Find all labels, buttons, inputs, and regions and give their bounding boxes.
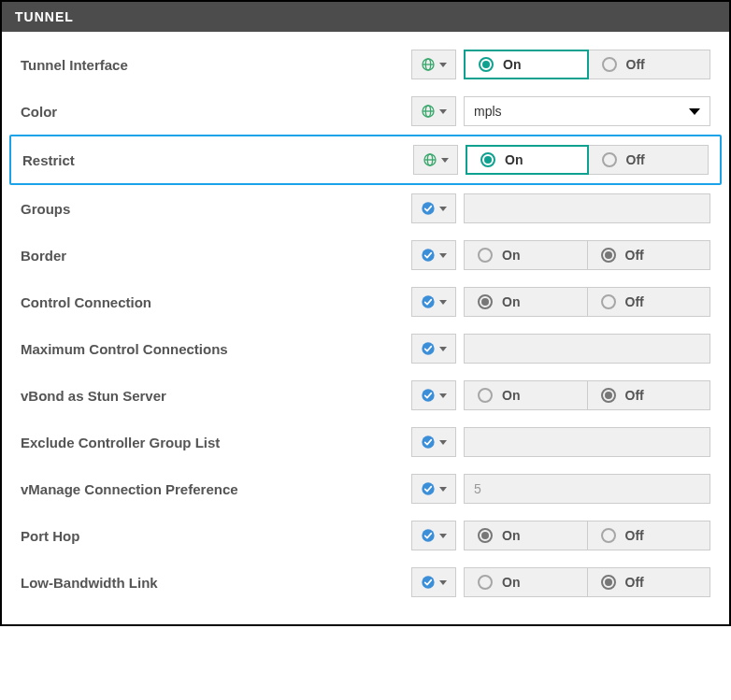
label-vbond_stun: vBond as Stun Server — [21, 388, 404, 404]
radio-off-vbond_stun[interactable]: Off — [588, 380, 711, 410]
radio-group-port_hop: On Off — [464, 521, 710, 550]
input-groups[interactable] — [464, 193, 710, 223]
radio-icon — [480, 152, 495, 167]
radio-icon — [601, 294, 616, 309]
label-border: Border — [21, 248, 404, 264]
radio-group-restrict: On Off — [466, 145, 709, 175]
svg-point-17 — [422, 576, 434, 588]
scope-selector-color[interactable] — [411, 96, 456, 126]
value-vmanage_pref: 5 — [464, 474, 710, 504]
label-low_bw: Low-Bandwidth Link — [21, 575, 404, 591]
check-icon — [421, 388, 436, 403]
check-icon — [421, 528, 436, 543]
label-restrict: Restrict — [22, 152, 406, 168]
row-color: Color mpls — [13, 88, 718, 135]
input-vmanage_pref[interactable]: 5 — [464, 474, 710, 504]
label-color: Color — [21, 104, 404, 120]
scope-selector-tunnel_interface[interactable] — [411, 50, 456, 79]
row-max_ctrl_conn: Maximum Control Connections — [13, 325, 718, 372]
radio-off-control_conn[interactable]: Off — [588, 287, 711, 317]
radio-on-label: On — [505, 152, 523, 167]
globe-icon — [421, 104, 436, 119]
scope-selector-excl_ctrl_group[interactable] — [411, 427, 456, 457]
scope-selector-port_hop[interactable] — [411, 521, 456, 550]
label-vmanage_pref: vManage Connection Preference — [21, 481, 404, 497]
label-groups: Groups — [21, 201, 404, 217]
radio-off-label: Off — [626, 152, 645, 167]
radio-icon — [478, 294, 493, 309]
radio-on-label: On — [502, 575, 520, 590]
value-restrict: On Off — [466, 145, 709, 175]
radio-icon — [479, 57, 494, 72]
value-color: mpls — [464, 96, 710, 126]
row-vmanage_pref: vManage Connection Preference 5 — [13, 465, 718, 512]
radio-off-restrict[interactable]: Off — [589, 145, 710, 175]
label-excl_ctrl_group: Exclude Controller Group List — [21, 435, 404, 450]
svg-point-14 — [422, 436, 434, 448]
radio-on-border[interactable]: On — [464, 240, 588, 270]
scope-selector-groups[interactable] — [411, 193, 456, 223]
radio-off-label: Off — [625, 294, 644, 309]
radio-icon — [601, 575, 616, 590]
radio-group-control_conn: On Off — [464, 287, 710, 317]
input-max_ctrl_conn[interactable] — [464, 334, 710, 364]
check-icon — [421, 575, 436, 590]
check-icon — [421, 248, 436, 263]
select-color[interactable]: mpls — [464, 96, 710, 126]
check-icon — [421, 435, 436, 450]
scope-selector-vbond_stun[interactable] — [411, 380, 456, 410]
scope-selector-max_ctrl_conn[interactable] — [411, 334, 456, 364]
check-icon — [421, 294, 436, 309]
chevron-down-icon — [439, 487, 447, 492]
radio-on-label: On — [503, 57, 521, 72]
chevron-down-icon — [439, 207, 447, 211]
radio-on-tunnel_interface[interactable]: On — [464, 50, 589, 79]
chevron-down-icon — [439, 534, 447, 538]
radio-off-label: Off — [625, 388, 644, 403]
row-groups: Groups — [13, 185, 718, 232]
value-excl_ctrl_group — [464, 427, 710, 457]
select-value: mpls — [474, 104, 502, 119]
radio-off-label: Off — [626, 57, 645, 72]
row-vbond_stun: vBond as Stun Server On Off — [13, 372, 718, 419]
scope-selector-border[interactable] — [411, 240, 456, 270]
panel-title: TUNNEL — [15, 9, 74, 24]
chevron-down-icon — [689, 108, 700, 115]
radio-off-border[interactable]: Off — [588, 240, 711, 270]
radio-on-port_hop[interactable]: On — [464, 521, 588, 550]
tunnel-panel: TUNNEL Tunnel Interface On Off Color mpl… — [0, 0, 731, 626]
radio-icon — [601, 248, 616, 263]
label-port_hop: Port Hop — [21, 528, 404, 544]
value-max_ctrl_conn — [464, 334, 710, 364]
radio-off-label: Off — [625, 528, 644, 543]
scope-selector-low_bw[interactable] — [411, 567, 456, 597]
row-tunnel_interface: Tunnel Interface On Off — [13, 41, 718, 88]
radio-on-label: On — [502, 294, 520, 309]
radio-off-port_hop[interactable]: Off — [588, 521, 711, 550]
chevron-down-icon — [441, 158, 449, 163]
scope-selector-control_conn[interactable] — [411, 287, 456, 317]
input-excl_ctrl_group[interactable] — [464, 427, 710, 457]
label-max_ctrl_conn: Maximum Control Connections — [21, 341, 404, 357]
input-value: 5 — [474, 481, 481, 496]
value-low_bw: On Off — [464, 567, 710, 597]
radio-on-low_bw[interactable]: On — [464, 567, 588, 597]
check-icon — [421, 201, 436, 216]
scope-selector-restrict[interactable] — [413, 145, 458, 175]
svg-point-9 — [422, 202, 434, 214]
svg-point-13 — [422, 389, 434, 401]
svg-point-15 — [422, 482, 434, 494]
value-control_conn: On Off — [464, 287, 710, 317]
row-port_hop: Port Hop On Off — [13, 512, 718, 559]
svg-point-11 — [422, 295, 434, 307]
radio-off-tunnel_interface[interactable]: Off — [589, 50, 711, 79]
radio-on-vbond_stun[interactable]: On — [464, 380, 588, 410]
svg-point-10 — [422, 249, 434, 261]
scope-selector-vmanage_pref[interactable] — [411, 474, 456, 504]
label-control_conn: Control Connection — [21, 294, 404, 310]
radio-on-restrict[interactable]: On — [466, 145, 589, 175]
radio-off-low_bw[interactable]: Off — [588, 567, 711, 597]
radio-on-control_conn[interactable]: On — [464, 287, 588, 317]
radio-icon — [601, 388, 616, 403]
radio-group-vbond_stun: On Off — [464, 380, 710, 410]
